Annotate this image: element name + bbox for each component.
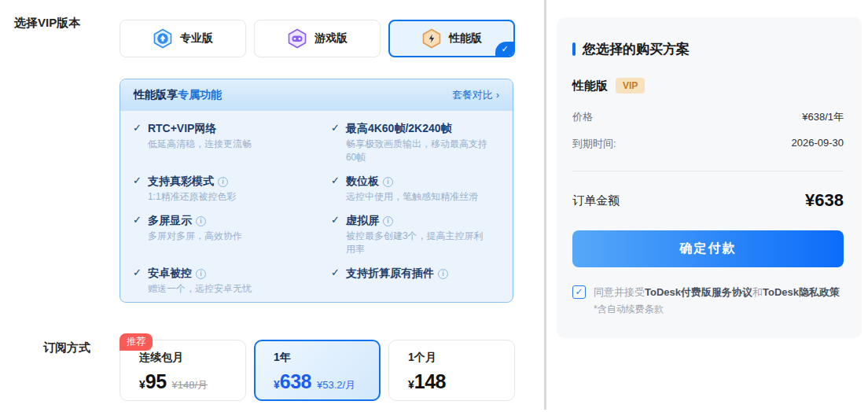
plan-original-price: ¥148/月 xyxy=(172,378,208,392)
features-panel-header: 性能版享专属功能 套餐对比 › xyxy=(120,79,513,111)
check-icon: ✓ xyxy=(331,212,340,256)
version-tab-list: 专业版 游戏版 性能版 ✓ xyxy=(120,20,515,57)
features-panel: 性能版享专属功能 套餐对比 › ✓ RTC+VIP网络 低延高清稳，连接更流畅 … xyxy=(120,79,513,303)
check-icon: ✓ xyxy=(133,173,142,204)
gamepad-icon xyxy=(287,28,307,49)
feature-title: 最高4K60帧/2K240帧 xyxy=(346,120,492,136)
expiry-value: 2026-09-30 xyxy=(792,137,844,151)
service-agreement-link[interactable]: ToDesk付费版服务协议 xyxy=(645,286,752,298)
selected-check-icon: ✓ xyxy=(495,42,514,57)
agreement-checkbox[interactable]: ✓ xyxy=(572,285,586,299)
tab-label: 游戏版 xyxy=(314,31,348,46)
version-section-label: 选择VIP版本 xyxy=(14,16,80,31)
feature-title-text: 虚拟屏 xyxy=(346,214,379,226)
feature-item: ✓ 支持真彩模式i 1:1精准还原被控色彩 xyxy=(133,173,331,204)
chevron-right-icon: › xyxy=(496,89,499,101)
vip-badge: VIP xyxy=(616,78,645,94)
feature-desc: 低延高清稳，连接更流畅 xyxy=(148,138,252,151)
info-icon[interactable]: i xyxy=(383,177,393,187)
summary-heading-text: 您选择的购买方案 xyxy=(583,40,690,58)
features-title-highlight: 专属功能 xyxy=(178,88,222,101)
confirm-payment-button[interactable]: 确定付款 xyxy=(572,230,844,267)
plan-one-month[interactable]: 1个月 ¥ 148 xyxy=(388,340,515,401)
feature-title: 数位板i xyxy=(346,173,478,189)
feature-item: ✓ RTC+VIP网络 低延高清稳，连接更流畅 xyxy=(133,120,331,164)
info-icon[interactable]: i xyxy=(438,269,448,279)
agreement-text: 同意并接受ToDesk付费版服务协议和ToDesk隐私政策 xyxy=(594,285,840,300)
plan-list: 推荐 连续包月 ¥ 95 ¥148/月 1年 ¥ 638 ¥53.2/月 1个月… xyxy=(120,340,515,401)
tab-professional[interactable]: 专业版 xyxy=(120,20,246,57)
feature-item: ✓ 最高4K60帧/2K240帧 畅享极致画质输出，移动最高支持60帧 xyxy=(331,120,500,164)
feature-title-text: 支持折算原有插件 xyxy=(346,267,434,279)
feature-title: 多屏显示i xyxy=(148,212,242,228)
plan-one-year[interactable]: 1年 ¥ 638 ¥53.2/月 xyxy=(254,340,381,401)
lightning-icon xyxy=(421,28,442,49)
feature-title: 虚拟屏i xyxy=(346,212,492,228)
expiry-label: 到期时间: xyxy=(572,137,616,151)
feature-item: ✓ 虚拟屏i 被控最多创建3个，提高主控屏利用率 xyxy=(331,212,500,256)
panel-divider xyxy=(544,0,546,410)
info-icon[interactable]: i xyxy=(218,177,228,187)
plan-name: 1年 xyxy=(274,351,379,365)
plan-amount: 638 xyxy=(280,370,311,393)
purchase-summary-card: 您选择的购买方案 性能版 VIP 价格 ¥638/1年 到期时间: 2026-0… xyxy=(557,17,862,338)
order-amount-row: 订单金额 ¥638 xyxy=(572,190,844,211)
order-amount-value: ¥638 xyxy=(805,190,844,211)
subscription-section-label: 订阅方式 xyxy=(43,340,90,355)
check-icon: ✓ xyxy=(133,212,142,256)
recommend-badge: 推荐 xyxy=(120,333,153,351)
selected-plan-name: 性能版 xyxy=(572,79,608,94)
price-label: 价格 xyxy=(572,110,593,124)
agreement-prefix: 同意并接受 xyxy=(594,286,645,298)
check-icon: ✓ xyxy=(331,173,340,204)
currency-symbol: ¥ xyxy=(274,378,280,391)
feature-title: 支持折算原有插件i xyxy=(346,265,448,281)
plan-monthly-auto[interactable]: 推荐 连续包月 ¥ 95 ¥148/月 xyxy=(120,340,246,401)
tab-performance[interactable]: 性能版 ✓ xyxy=(388,20,515,57)
compare-plans-link[interactable]: 套餐对比 › xyxy=(452,88,499,102)
feature-title: 支持真彩模式i xyxy=(148,173,237,189)
agreement-conjunction: 和 xyxy=(752,286,763,298)
check-icon: ✓ xyxy=(133,120,142,164)
feature-title: 安卓被控i xyxy=(148,265,252,281)
plan-monthly-equivalent: ¥53.2/月 xyxy=(317,378,355,392)
feature-title: RTC+VIP网络 xyxy=(148,120,252,136)
info-icon[interactable]: i xyxy=(196,269,206,279)
check-icon: ✓ xyxy=(331,120,340,164)
order-amount-label: 订单金额 xyxy=(572,193,620,208)
feature-item: ✓ 多屏显示i 多屏对多屏，高效协作 xyxy=(133,212,331,256)
features-grid: ✓ RTC+VIP网络 低延高清稳，连接更流畅 ✓ 最高4K60帧/2K240帧… xyxy=(120,111,513,303)
check-icon: ✓ xyxy=(133,265,142,296)
plan-name: 连续包月 xyxy=(139,351,245,365)
feature-desc: 远控中使用，笔触感知精准丝滑 xyxy=(346,190,478,204)
selected-plan-row: 性能版 VIP xyxy=(572,78,844,94)
plan-amount: 95 xyxy=(145,370,167,393)
feature-title-text: 安卓被控 xyxy=(148,267,192,279)
features-title-prefix: 性能版享 xyxy=(134,88,178,101)
feature-title-text: 多屏显示 xyxy=(148,214,192,226)
tab-label: 专业版 xyxy=(180,31,213,46)
info-icon[interactable]: i xyxy=(383,216,393,226)
expiry-row: 到期时间: 2026-09-30 xyxy=(572,137,844,151)
check-icon: ✓ xyxy=(331,265,340,296)
price-value: ¥638/1年 xyxy=(802,110,844,124)
feature-title-text: 数位板 xyxy=(346,175,379,187)
compare-plans-label: 套餐对比 xyxy=(452,89,493,101)
feature-item: ✓ 安卓被控i 赠送一个，远控安卓无忧 xyxy=(133,265,331,296)
summary-divider xyxy=(572,171,844,171)
tab-label: 性能版 xyxy=(449,31,482,46)
feature-desc: 多屏对多屏，高效协作 xyxy=(148,230,242,243)
summary-heading: 您选择的购买方案 xyxy=(572,40,844,58)
plan-name: 1个月 xyxy=(408,351,514,365)
price-row: 价格 ¥638/1年 xyxy=(572,110,844,124)
tab-game[interactable]: 游戏版 xyxy=(254,20,381,57)
auto-renew-note: *含自动续费条款 xyxy=(594,303,844,316)
feature-item: ✓ 支持折算原有插件i xyxy=(331,265,500,296)
features-panel-title: 性能版享专属功能 xyxy=(134,88,222,102)
feature-desc: 1:1精准还原被控色彩 xyxy=(148,190,237,204)
feature-title-text: 支持真彩模式 xyxy=(148,175,214,187)
shield-arrow-icon xyxy=(153,28,173,49)
currency-symbol: ¥ xyxy=(139,378,145,391)
info-icon[interactable]: i xyxy=(196,216,206,226)
privacy-policy-link[interactable]: ToDesk隐私政策 xyxy=(763,286,840,298)
